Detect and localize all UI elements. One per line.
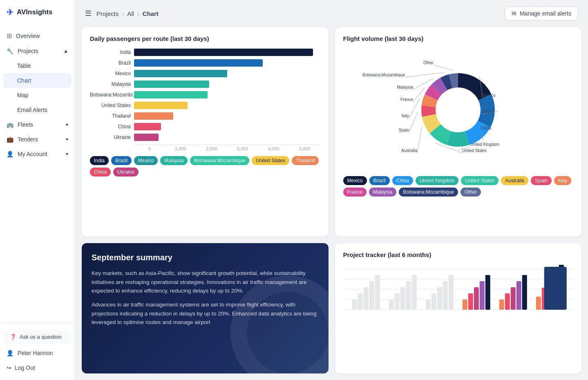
- legend-chip[interactable]: Brazil: [111, 156, 132, 165]
- tracker-bar: [375, 275, 380, 310]
- sidebar-map-label: Map: [17, 92, 28, 98]
- ask-question-icon: ❓: [10, 334, 16, 340]
- bar-fill: [134, 91, 208, 98]
- donut-chart-card: Flight volume (last 30 days) MexicoBrazi…: [335, 27, 582, 237]
- ask-question-btn[interactable]: ❓ Ask us a question: [3, 330, 72, 344]
- tracker-chart: [343, 265, 574, 324]
- tracker-title: Project tracker (last 6 months): [343, 251, 574, 258]
- bar-track: [134, 112, 320, 120]
- donut-legend-chip[interactable]: Malaysia: [369, 188, 396, 197]
- sidebar-chart-label: Chart: [17, 77, 31, 84]
- legend-chip[interactable]: India: [90, 156, 109, 165]
- sidebar-item-projects[interactable]: 🔧 Projects ▲: [0, 44, 75, 58]
- bar-row: Mexico: [90, 70, 320, 77]
- legend-chip[interactable]: Thailand: [292, 156, 319, 165]
- tracker-bar: [536, 297, 541, 310]
- content-grid: Daily passengers per route (last 30 days…: [75, 27, 588, 380]
- sidebar-item-tenders[interactable]: 💼 Tenders ▾: [0, 132, 75, 147]
- breadcrumb-projects[interactable]: Projects: [96, 10, 118, 17]
- sidebar-item-email-alerts[interactable]: Email Alerts: [0, 103, 75, 117]
- tracker-bar: [363, 287, 368, 310]
- bar-label: Ukraine: [90, 134, 131, 140]
- sidebar-bottom: ❓ Ask us a question 👤 Peter Hannon ↪ Log…: [0, 323, 75, 380]
- donut-legend-chip[interactable]: China: [392, 176, 413, 185]
- bar-track: [134, 49, 320, 56]
- sidebar-item-table[interactable]: Table: [0, 58, 75, 73]
- donut-label-text: Italy: [402, 114, 409, 118]
- breadcrumb-all[interactable]: All: [127, 10, 134, 17]
- legend-chip[interactable]: Malaysia: [160, 156, 188, 165]
- donut-legend-chip[interactable]: Brazil: [369, 176, 390, 185]
- sidebar-item-my-account[interactable]: 👤 My Account ▾: [0, 147, 75, 161]
- overview-icon: ⊞: [7, 32, 12, 40]
- tracker-bar: [358, 293, 362, 310]
- sidebar-fleets-label: Fleets: [18, 121, 33, 128]
- donut-legend-chip[interactable]: Spain: [531, 176, 552, 185]
- legend-chip[interactable]: Ukraine: [113, 168, 138, 177]
- bar-fill: [134, 70, 227, 77]
- breadcrumb-sep1: ›: [122, 10, 124, 17]
- legend-chip[interactable]: China: [90, 168, 111, 177]
- summary-para2: Advances in air traffic management syste…: [92, 300, 319, 327]
- bar-label: United States: [90, 103, 131, 108]
- donut-label-text: United Kingdom: [470, 142, 499, 147]
- sidebar-item-fleets[interactable]: 🚌 Fleets ▾: [0, 117, 75, 132]
- topbar-left: ☰ Projects › All › Chart: [85, 9, 159, 18]
- bar-row: Botswana:Mozambi...: [90, 91, 320, 98]
- donut-legend-chip[interactable]: United States: [461, 176, 499, 185]
- topbar: ☰ Projects › All › Chart ✉ Manage email …: [75, 0, 588, 27]
- donut-legend-chip[interactable]: Botswana:Mozambique: [399, 188, 458, 197]
- axis-tick: 2,000: [196, 145, 227, 151]
- donut-label-line: [434, 65, 453, 70]
- tenders-chevron: ▾: [66, 136, 68, 142]
- donut-legend-chip[interactable]: United Kingdom: [416, 176, 458, 185]
- bar-label: India: [90, 49, 131, 55]
- sidebar-table-label: Table: [17, 63, 31, 69]
- legend-chip[interactable]: Botswana:Mozambique: [190, 156, 249, 165]
- donut-label-text: Botswana:Mozambique: [362, 73, 405, 77]
- bar-fill: [134, 134, 159, 141]
- menu-icon[interactable]: ☰: [85, 9, 92, 18]
- tenders-icon: 💼: [7, 136, 13, 143]
- bar-track: [134, 91, 320, 98]
- tracker-bar: [474, 287, 478, 310]
- tracker-bar: [505, 293, 510, 310]
- tracker-bar: [510, 287, 515, 310]
- summary-para1: Key markets, such as Asia-Pacific, show …: [92, 269, 319, 295]
- bar-fill: [134, 80, 209, 88]
- donut-legend-chip[interactable]: Other: [461, 188, 481, 197]
- sidebar-item-chart[interactable]: Chart: [3, 73, 72, 88]
- tracker-bar: [406, 281, 411, 310]
- legend-chip[interactable]: Mexico: [134, 156, 158, 165]
- summary-card: September summary Key markets, such as A…: [82, 243, 329, 373]
- donut-label-text: Malaysia: [397, 85, 414, 89]
- tracker-bar: [443, 281, 447, 310]
- legend-chip[interactable]: United States: [252, 156, 289, 165]
- donut-legend-chip[interactable]: Australia: [501, 176, 528, 185]
- tracker-bar: [431, 293, 436, 310]
- bar-row: China: [90, 123, 320, 130]
- sidebar-item-map[interactable]: Map: [0, 88, 75, 103]
- donut-legend-chip[interactable]: Italy: [554, 176, 571, 185]
- account-icon: 👤: [7, 151, 13, 157]
- bar-label: Botswana:Mozambi...: [90, 92, 131, 98]
- manage-email-alerts-button[interactable]: ✉ Manage email alerts: [505, 7, 578, 20]
- ask-question-label: Ask us a question: [20, 334, 62, 340]
- sidebar-item-overview[interactable]: ⊞ Overview: [0, 28, 75, 44]
- sidebar-email-alerts-label: Email Alerts: [17, 107, 47, 113]
- donut-label-text: China: [481, 126, 492, 130]
- tracker-bar: [485, 275, 490, 310]
- sidebar-projects-label: Projects: [18, 48, 38, 54]
- breadcrumb: Projects › All › Chart: [96, 10, 159, 17]
- tracker-bar: [425, 300, 430, 310]
- sidebar-tenders-label: Tenders: [18, 136, 38, 143]
- sidebar-username: Peter Hannon: [18, 350, 53, 356]
- logout-button[interactable]: ↪ Log Out: [0, 360, 75, 375]
- donut-label-text: United States: [462, 148, 487, 153]
- tracker-bar: [400, 287, 405, 310]
- bar-fill: [134, 49, 313, 56]
- bar-label: Malaysia: [90, 81, 131, 87]
- manage-btn-label: Manage email alerts: [520, 10, 571, 17]
- donut-legend-chip[interactable]: France: [343, 188, 367, 197]
- donut-legend-chip[interactable]: Mexico: [343, 176, 367, 185]
